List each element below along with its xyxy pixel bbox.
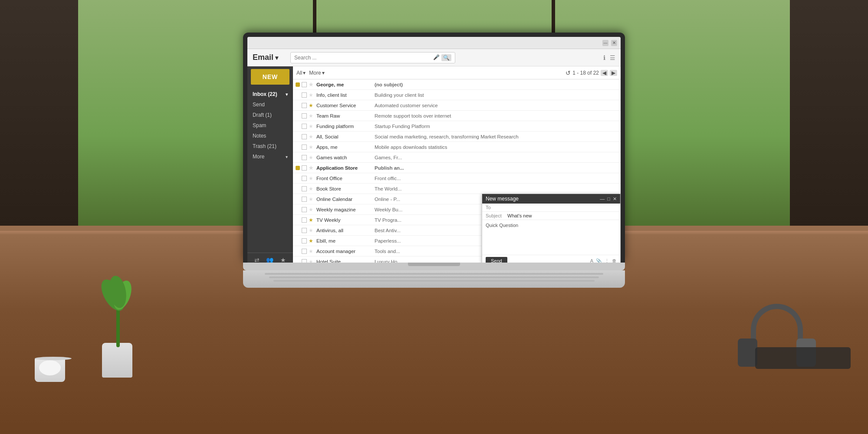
contacts-icon[interactable]: 👥 <box>266 256 273 263</box>
email-star[interactable]: ★ <box>309 175 315 181</box>
info-icon[interactable]: ℹ <box>603 54 605 61</box>
email-sender: George, me <box>316 82 373 87</box>
email-checkbox[interactable] <box>302 92 307 98</box>
email-checkbox[interactable] <box>302 238 307 243</box>
email-checkbox[interactable] <box>302 165 307 171</box>
email-sender: Antivirus, all <box>316 228 373 233</box>
microphone-icon[interactable]: 🎤 <box>433 54 440 61</box>
popup-close-button[interactable]: ✕ <box>613 196 617 202</box>
email-star[interactable]: ★ <box>309 155 315 161</box>
next-page-button[interactable]: ▶ <box>610 70 617 76</box>
email-checkbox[interactable] <box>302 145 307 150</box>
email-checkbox[interactable] <box>302 207 307 212</box>
email-checkbox[interactable] <box>302 249 307 254</box>
email-row[interactable]: ★Team RawRemote support tools over inter… <box>293 111 621 121</box>
minimize-button[interactable]: — <box>602 40 608 46</box>
email-row[interactable]: ★Info, client listBuilding your client l… <box>293 90 621 100</box>
email-unread-dot <box>296 187 300 191</box>
new-message-popup: New message — □ ✕ To Subjec <box>482 194 621 263</box>
email-row[interactable]: ★Front OfficeFront offic... <box>293 173 621 184</box>
refresh-icon[interactable]: ↺ <box>566 69 571 76</box>
message-body[interactable]: Quick Question <box>482 220 620 255</box>
email-star[interactable]: ★ <box>309 196 315 202</box>
new-button[interactable]: NEW <box>251 69 289 85</box>
more-filter-button[interactable]: More ▾ <box>309 70 324 76</box>
popup-expand-button[interactable]: □ <box>607 196 610 202</box>
format-text-icon[interactable]: A <box>590 258 593 263</box>
app-header: Email ▾ 🎤 🔍 ℹ ☰ <box>247 49 621 66</box>
email-checkbox[interactable] <box>302 228 307 233</box>
email-star[interactable]: ★ <box>309 248 315 254</box>
email-checkbox[interactable] <box>302 186 307 191</box>
email-star[interactable]: ★ <box>309 238 315 244</box>
email-star[interactable]: ★ <box>309 165 315 171</box>
prev-page-button[interactable]: ◀ <box>601 70 608 76</box>
email-star[interactable]: ★ <box>309 227 315 233</box>
sidebar-item-notes[interactable]: Notes <box>247 131 293 141</box>
app-title[interactable]: Email ▾ <box>253 53 278 62</box>
to-field: To <box>482 204 620 212</box>
email-star[interactable]: ★ <box>309 123 315 129</box>
sidebar-item-draft[interactable]: Draft (1) <box>247 110 293 120</box>
email-star[interactable]: ★ <box>309 207 315 213</box>
title-bar: — ✕ <box>247 37 621 49</box>
email-unread-dot <box>296 93 300 97</box>
email-checkbox[interactable] <box>302 217 307 223</box>
email-star[interactable]: ★ <box>309 113 315 119</box>
email-sender: Weekly magazine <box>316 207 373 212</box>
email-star[interactable]: ★ <box>309 82 315 88</box>
email-row[interactable]: ★Application StorePublish an... <box>293 163 621 173</box>
sidebar-item-more[interactable]: More ▾ <box>247 151 293 162</box>
email-unread-dot <box>296 114 300 118</box>
email-star[interactable]: ★ <box>309 92 315 98</box>
email-star[interactable]: ★ <box>309 259 315 263</box>
email-checkbox[interactable] <box>302 124 307 129</box>
close-button[interactable]: ✕ <box>611 40 617 46</box>
menu-icon[interactable]: ☰ <box>610 54 615 61</box>
email-star[interactable]: ★ <box>309 186 315 192</box>
search-input[interactable] <box>294 55 433 61</box>
email-sender: Application Store <box>316 165 373 171</box>
email-star[interactable]: ★ <box>309 102 315 108</box>
email-sender: Front Office <box>316 176 373 181</box>
email-checkbox[interactable] <box>302 155 307 160</box>
email-checkbox[interactable] <box>302 176 307 181</box>
sidebar-item-send[interactable]: Send <box>247 99 293 110</box>
more-options-icon[interactable]: ⋮ <box>605 258 609 263</box>
sidebar-item-spam[interactable]: Spam <box>247 120 293 131</box>
email-checkbox[interactable] <box>302 259 307 263</box>
star-icon[interactable]: ★ <box>280 256 286 263</box>
email-checkbox[interactable] <box>302 197 307 202</box>
email-star[interactable]: ★ <box>309 134 315 140</box>
email-checkbox[interactable] <box>302 134 307 139</box>
search-icon[interactable]: 🔍 <box>441 54 451 61</box>
to-input[interactable] <box>507 205 617 210</box>
delete-draft-icon[interactable]: 🗑 <box>612 258 617 263</box>
filter-icon[interactable]: ⇄ <box>254 256 260 263</box>
email-checkbox[interactable] <box>302 82 307 87</box>
header-icons: ℹ ☰ <box>603 54 615 61</box>
email-unread-dot <box>296 135 300 139</box>
email-row[interactable]: ★Games watchGames, Fr... <box>293 152 621 163</box>
email-checkbox[interactable] <box>302 113 307 118</box>
popup-minimize-button[interactable]: — <box>600 196 605 202</box>
attachment-icon[interactable]: 📎 <box>596 258 602 263</box>
email-unread-dot <box>296 228 300 233</box>
email-row[interactable]: ★George, me(no subject) <box>293 79 621 90</box>
email-star[interactable]: ★ <box>309 217 315 223</box>
sidebar-item-inbox[interactable]: Inbox (22) ▾ <box>247 89 293 99</box>
email-star[interactable]: ★ <box>309 144 315 150</box>
email-row[interactable]: ★Customer ServiceAutomated customer serv… <box>293 100 621 111</box>
subject-input[interactable] <box>507 213 617 218</box>
email-checkbox[interactable] <box>302 103 307 108</box>
email-unread-dot <box>296 239 300 243</box>
email-row[interactable]: ★Funding platformStartup Funding Platfor… <box>293 121 621 132</box>
app-title-dropdown-icon[interactable]: ▾ <box>275 54 278 61</box>
email-unread-dot <box>296 249 300 253</box>
email-row[interactable]: ★All, SocialSocial media marketing, rese… <box>293 132 621 142</box>
send-button[interactable]: Send <box>486 257 507 263</box>
email-row[interactable]: ★Book StoreThe World... <box>293 184 621 194</box>
sidebar-item-trash[interactable]: Trash (21) <box>247 141 293 151</box>
all-filter-button[interactable]: All ▾ <box>296 70 306 76</box>
email-row[interactable]: ★Apps, meMobile apps downloads statistic… <box>293 142 621 152</box>
